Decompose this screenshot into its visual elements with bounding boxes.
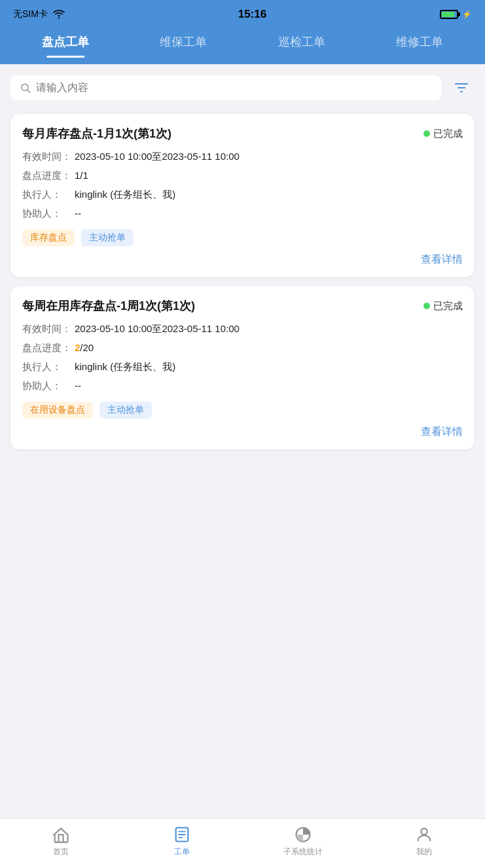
card1-tag-grab: 主动抢单 [81, 229, 134, 246]
card2-title: 每周在用库存盘点-1周1次(第1次) [22, 298, 195, 314]
card1-executor-label: 执行人： [22, 189, 75, 201]
tab-maintenance[interactable]: 维保工单 [152, 29, 215, 55]
card1-tag-type: 库存盘点 [22, 229, 75, 246]
card2-progress-value: 2/20 [75, 342, 94, 353]
card-list: 每月库存盘点-1月1次(第1次) 已完成 有效时间： 2023-05-10 10… [0, 107, 485, 456]
tab-navigation: 盘点工单 维保工单 巡检工单 维修工单 [0, 29, 485, 64]
card2-tag-grab: 主动抢单 [99, 402, 152, 419]
card2-status-text: 已完成 [433, 300, 463, 312]
card1-valid-time-value: 2023-05-10 10:00至2023-05-11 10:00 [75, 151, 240, 163]
card1-tags: 库存盘点 主动抢单 [22, 229, 463, 246]
nav-stats[interactable]: 子系统统计 [283, 825, 323, 858]
nav-profile[interactable]: 我的 [404, 825, 444, 858]
card2-tag-type: 在用设备盘点 [22, 402, 93, 419]
search-input[interactable] [36, 82, 433, 94]
card2-assistant-row: 协助人： -- [22, 380, 463, 392]
card2-footer: 查看详情 [22, 425, 463, 439]
search-area [0, 64, 485, 107]
card1-assistant-row: 协助人： -- [22, 208, 463, 220]
card2-status: 已完成 [423, 300, 463, 312]
nav-workorder[interactable]: 工单 [162, 825, 202, 858]
card2-detail-link[interactable]: 查看详情 [421, 425, 463, 439]
filter-icon [454, 80, 469, 96]
tab-repair[interactable]: 维修工单 [388, 29, 451, 55]
card2-tags: 在用设备盘点 主动抢单 [22, 402, 463, 419]
status-bar: 无SIM卡 15:16 ⚡ [0, 0, 485, 29]
carrier-text: 无SIM卡 [13, 9, 48, 20]
battery-icon [440, 10, 458, 19]
search-input-wrap [10, 75, 442, 100]
card2-assistant-value: -- [75, 380, 81, 391]
card1-progress-value: 1/1 [75, 170, 88, 181]
card1-detail-link[interactable]: 查看详情 [421, 253, 463, 267]
card1-progress-row: 盘点进度： 1/1 [22, 170, 463, 182]
card1-status-text: 已完成 [433, 128, 463, 140]
card2-progress-label: 盘点进度： [22, 342, 75, 354]
stats-icon [294, 825, 312, 844]
wifi-icon [53, 10, 65, 19]
charging-icon: ⚡ [462, 10, 472, 19]
card1-progress-label: 盘点进度： [22, 170, 75, 182]
card1-valid-time-label: 有效时间： [22, 151, 75, 163]
workorder-icon [173, 825, 191, 844]
status-time: 15:16 [238, 8, 266, 21]
stats-label: 子系统统计 [283, 846, 323, 858]
card2-valid-time-value: 2023-05-10 10:00至2023-05-11 10:00 [75, 323, 240, 335]
card1-executor-value: kinglink (任务组长、我) [75, 189, 175, 201]
card1-title: 每月库存盘点-1月1次(第1次) [22, 126, 171, 142]
search-icon [20, 82, 31, 94]
card2-executor-row: 执行人： kinglink (任务组长、我) [22, 361, 463, 373]
work-order-card-2: 每周在用库存盘点-1周1次(第1次) 已完成 有效时间： 2023-05-10 … [10, 286, 475, 449]
filter-button[interactable] [448, 75, 475, 101]
card1-footer: 查看详情 [22, 253, 463, 267]
card2-valid-time-label: 有效时间： [22, 323, 75, 335]
profile-icon [415, 825, 433, 844]
home-icon [52, 825, 70, 844]
card1-valid-time-row: 有效时间： 2023-05-10 10:00至2023-05-11 10:00 [22, 151, 463, 163]
card2-progress-row: 盘点进度： 2/20 [22, 342, 463, 354]
card1-executor-row: 执行人： kinglink (任务组长、我) [22, 189, 463, 201]
tab-inspection[interactable]: 巡检工单 [270, 29, 333, 55]
home-label: 首页 [53, 846, 69, 858]
card2-status-dot [423, 303, 430, 309]
card2-progress-highlight: 2 [75, 342, 80, 353]
card2-executor-value: kinglink (任务组长、我) [75, 361, 175, 373]
workorder-label: 工单 [174, 846, 190, 858]
card2-executor-label: 执行人： [22, 361, 75, 373]
card1-assistant-value: -- [75, 208, 81, 219]
bottom-navigation: 首页 工单 子系统统计 我的 [0, 818, 485, 868]
card1-status: 已完成 [423, 128, 463, 140]
profile-label: 我的 [416, 846, 432, 858]
card2-valid-time-row: 有效时间： 2023-05-10 10:00至2023-05-11 10:00 [22, 323, 463, 335]
work-order-card-1: 每月库存盘点-1月1次(第1次) 已完成 有效时间： 2023-05-10 10… [10, 114, 475, 277]
card1-assistant-label: 协助人： [22, 208, 75, 220]
card1-status-dot [423, 130, 430, 137]
svg-line-1 [27, 90, 30, 92]
svg-point-7 [422, 829, 427, 835]
nav-home[interactable]: 首页 [41, 825, 81, 858]
tab-inventory[interactable]: 盘点工单 [34, 29, 97, 55]
card2-assistant-label: 协助人： [22, 380, 75, 392]
